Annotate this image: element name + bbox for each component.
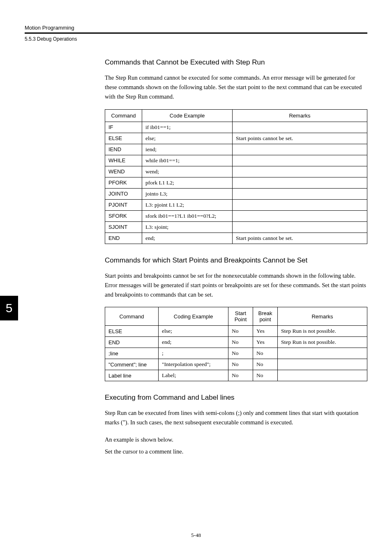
table-step-run-commands: Command Code Example Remarks IF if ib01=… bbox=[105, 109, 367, 244]
cell-remark bbox=[233, 166, 367, 177]
cell-cmd: Label line bbox=[105, 370, 159, 381]
heading-step-run: Commands that Cannot be Executed with St… bbox=[105, 58, 367, 67]
cell-sp: No bbox=[228, 348, 253, 359]
cell-sp: No bbox=[228, 337, 253, 348]
table-row: WHILE while ib01==1; bbox=[105, 155, 367, 166]
th-remarks: Remarks bbox=[233, 109, 367, 122]
cell-code: pfork L1 L2; bbox=[142, 177, 233, 188]
table-header-row: Command Coding Example Start Point Break… bbox=[105, 307, 367, 326]
cell-code: while ib01==1; bbox=[142, 155, 233, 166]
cell-code: L3: pjoint L1 L2; bbox=[142, 199, 233, 210]
cell-remark bbox=[278, 370, 367, 381]
table-row: SFORK sfork ib01==1?L1 ib01==0?L2; bbox=[105, 210, 367, 221]
para-step-run: The Step Run command cannot be executed … bbox=[105, 73, 367, 102]
table-row: END end; No Yes Step Run is not possible… bbox=[105, 337, 367, 348]
cell-code: end; bbox=[142, 233, 233, 244]
cell-remark bbox=[278, 348, 367, 359]
cell-code: else; bbox=[159, 326, 228, 337]
cell-code: end; bbox=[159, 337, 228, 348]
th-break-point: Break point bbox=[253, 307, 278, 326]
cell-bp: No bbox=[253, 359, 278, 370]
cell-code: if ib01==1; bbox=[142, 122, 233, 133]
th-command: Command bbox=[105, 109, 142, 122]
table-row: ELSE else; Start points cannot be set. bbox=[105, 133, 367, 144]
cell-bp: No bbox=[253, 348, 278, 359]
th-code-example: Code Example bbox=[142, 109, 233, 122]
chapter-tab: 5 bbox=[0, 296, 18, 320]
chapter-title: Motion Programming bbox=[25, 25, 367, 31]
th-start-point: Start Point bbox=[228, 307, 253, 326]
cell-remark bbox=[233, 155, 367, 166]
cell-cmd: PJOINT bbox=[105, 199, 142, 210]
th-command: Command bbox=[105, 307, 159, 326]
cell-bp: Yes bbox=[253, 337, 278, 348]
page-number: 5-48 bbox=[0, 532, 392, 539]
cell-remark: Step Run is not possible. bbox=[278, 326, 367, 337]
table-row: "Comment"; line "Interpolation speed"; N… bbox=[105, 359, 367, 370]
section-number: 5.5.3 Debug Operations bbox=[25, 36, 367, 42]
para-exec-3: Set the cursor to a comment line. bbox=[105, 447, 367, 456]
table-row: SJOINT L3: sjoint; bbox=[105, 221, 367, 233]
cell-remark bbox=[233, 210, 367, 221]
cell-code: iend; bbox=[142, 144, 233, 155]
cell-cmd: PFORK bbox=[105, 177, 142, 188]
heading-executing: Executing from Command and Label lines bbox=[105, 394, 367, 402]
cell-remark bbox=[233, 177, 367, 188]
cell-sp: No bbox=[228, 326, 253, 337]
cell-sp: No bbox=[228, 359, 253, 370]
cell-cmd: END bbox=[105, 233, 142, 244]
cell-remark bbox=[233, 199, 367, 210]
para-exec-2: An example is shown below. bbox=[105, 435, 367, 444]
cell-remark bbox=[278, 359, 367, 370]
cell-remark bbox=[233, 144, 367, 155]
cell-cmd: WHILE bbox=[105, 155, 142, 166]
cell-code: jointo L3; bbox=[142, 188, 233, 199]
cell-code: "Interpolation speed"; bbox=[159, 359, 228, 370]
table-header-row: Command Code Example Remarks bbox=[105, 109, 367, 122]
cell-remark: Start points cannot be set. bbox=[233, 233, 367, 244]
cell-code: else; bbox=[142, 133, 233, 144]
table-row: IEND iend; bbox=[105, 144, 367, 155]
table-row: PJOINT L3: pjoint L1 L2; bbox=[105, 199, 367, 210]
cell-remark: Start points cannot be set. bbox=[233, 133, 367, 144]
para-breakpoints: Start points and breakpoints cannot be s… bbox=[105, 271, 367, 300]
table-row: ;line ; No No bbox=[105, 348, 367, 359]
cell-cmd: SFORK bbox=[105, 210, 142, 221]
cell-code: sfork ib01==1?L1 ib01==0?L2; bbox=[142, 210, 233, 221]
cell-cmd: ELSE bbox=[105, 326, 159, 337]
cell-cmd: IF bbox=[105, 122, 142, 133]
cell-remark bbox=[233, 221, 367, 233]
cell-cmd: SJOINT bbox=[105, 221, 142, 233]
cell-code: ; bbox=[159, 348, 228, 359]
table-row: WEND wend; bbox=[105, 166, 367, 177]
th-remarks: Remarks bbox=[278, 307, 367, 326]
para-exec-1: Step Run can be executed from lines with… bbox=[105, 408, 367, 427]
table-row: IF if ib01==1; bbox=[105, 122, 367, 133]
cell-remark: Step Run is not possible. bbox=[278, 337, 367, 348]
cell-remark bbox=[233, 188, 367, 199]
cell-bp: Yes bbox=[253, 326, 278, 337]
table-breakpoints: Command Coding Example Start Point Break… bbox=[105, 307, 367, 381]
table-row: JOINTO jointo L3; bbox=[105, 188, 367, 199]
cell-cmd: IEND bbox=[105, 144, 142, 155]
cell-code: L3: sjoint; bbox=[142, 221, 233, 233]
cell-cmd: WEND bbox=[105, 166, 142, 177]
cell-cmd: ELSE bbox=[105, 133, 142, 144]
table-row: ELSE else; No Yes Step Run is not possib… bbox=[105, 326, 367, 337]
table-row: Label line Label; No No bbox=[105, 370, 367, 381]
table-row: END end; Start points cannot be set. bbox=[105, 233, 367, 244]
cell-bp: No bbox=[253, 370, 278, 381]
heading-breakpoints: Commands for which Start Points and Brea… bbox=[105, 256, 367, 265]
cell-cmd: ;line bbox=[105, 348, 159, 359]
cell-cmd: JOINTO bbox=[105, 188, 142, 199]
cell-sp: No bbox=[228, 370, 253, 381]
main-content: Commands that Cannot be Executed with St… bbox=[105, 58, 367, 456]
cell-cmd: END bbox=[105, 337, 159, 348]
page-root: Motion Programming 5.5.3 Debug Operation… bbox=[0, 0, 392, 475]
header-rule bbox=[25, 32, 367, 34]
cell-code: wend; bbox=[142, 166, 233, 177]
th-coding-example: Coding Example bbox=[159, 307, 228, 326]
cell-code: Label; bbox=[159, 370, 228, 381]
cell-cmd: "Comment"; line bbox=[105, 359, 159, 370]
table-row: PFORK pfork L1 L2; bbox=[105, 177, 367, 188]
